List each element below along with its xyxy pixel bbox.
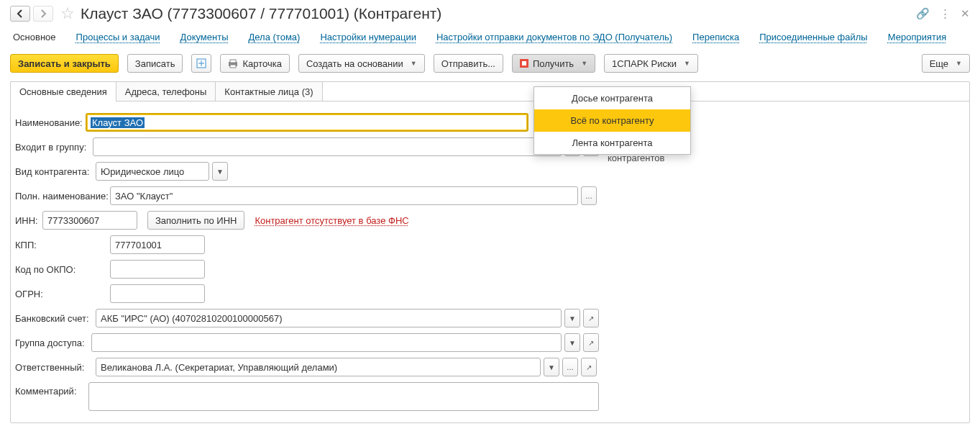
section-main[interactable]: Основное: [10, 26, 66, 48]
svg-rect-3: [230, 65, 236, 68]
bank-input[interactable]: АКБ "ИРС" (АО) (40702810200100000567): [96, 309, 562, 327]
forward-button[interactable]: [33, 6, 53, 22]
section-link-2[interactable]: Документы: [170, 26, 239, 48]
save-label: Записать: [135, 58, 175, 69]
fill-by-inn-button[interactable]: Заполнить по ИНН: [147, 211, 244, 230]
ogrn-input[interactable]: [110, 284, 205, 303]
spark-label: 1СПАРК Риски: [612, 58, 677, 69]
kind-dropdown-button[interactable]: ▼: [212, 162, 228, 181]
back-button[interactable]: [10, 6, 30, 22]
card-button[interactable]: Карточка: [220, 54, 289, 73]
comment-input[interactable]: [88, 382, 599, 411]
responsible-input[interactable]: Великанова Л.А. (Секретариат, Управляющи…: [96, 358, 541, 376]
label-ogrn: ОГРН:: [14, 289, 110, 299]
chevron-down-icon: ▼: [956, 60, 962, 67]
label-group: Входит в группу:: [14, 142, 93, 153]
label-okpo: Код по ОКПО:: [14, 264, 110, 275]
section-link-4[interactable]: Настройки нумерации: [310, 26, 426, 48]
label-kind: Вид контрагента:: [14, 166, 96, 177]
fullname-more-button[interactable]: …: [581, 186, 597, 205]
label-comment: Комментарий:: [14, 382, 88, 397]
label-kpp: КПП:: [14, 240, 110, 250]
label-responsible: Ответственный:: [14, 362, 96, 373]
responsible-dropdown-button[interactable]: ▼: [544, 358, 559, 376]
access-dropdown-button[interactable]: ▼: [564, 333, 580, 352]
kpp-input[interactable]: 777701001: [110, 235, 205, 254]
tab-contacts[interactable]: Контактные лица (3): [215, 81, 322, 101]
bank-dropdown-button[interactable]: ▼: [564, 309, 580, 327]
bank-open-button[interactable]: ↗: [583, 309, 599, 327]
section-link-8[interactable]: Мероприятия: [878, 26, 957, 48]
section-link-3[interactable]: Дела (тома): [239, 26, 311, 48]
label-inn: ИНН:: [14, 215, 42, 226]
printer-icon: [228, 59, 238, 68]
inn-warning-link[interactable]: Контрагент отсутствует в базе ФНС: [255, 215, 408, 226]
tab-main-info[interactable]: Основные сведения: [10, 81, 116, 101]
responsible-more-button[interactable]: …: [562, 358, 578, 376]
svg-rect-5: [522, 61, 526, 65]
chevron-down-icon: ▼: [581, 60, 587, 67]
favorite-star-icon[interactable]: ☆: [60, 4, 75, 23]
label-bank: Банковский счет:: [14, 313, 96, 324]
save-and-close-label: Записать и закрыть: [18, 58, 111, 69]
chevron-down-icon: ▼: [684, 60, 690, 67]
chevron-down-icon: ▼: [411, 60, 417, 67]
label-name: Наименование:: [14, 117, 86, 128]
create-from-label: Создать на основании: [306, 58, 403, 69]
spark-icon: [520, 59, 528, 68]
section-link-5[interactable]: Настройки отправки документов по ЭДО (По…: [426, 26, 682, 48]
group-input[interactable]: [93, 137, 562, 156]
get-button[interactable]: Получить▼: [512, 54, 595, 73]
create-from-button[interactable]: Создать на основании▼: [298, 54, 425, 73]
save-button[interactable]: Записать: [127, 54, 183, 73]
kind-input[interactable]: Юридическое лицо: [96, 162, 209, 181]
get-dropdown-menu: Досье контрагента Всё по контрагенту Лен…: [533, 86, 691, 155]
send-button[interactable]: Отправить...: [434, 54, 503, 73]
section-link-1[interactable]: Процессы и задачи: [66, 26, 170, 48]
dropdown-item-feed[interactable]: Лента контрагента: [534, 132, 690, 154]
get-label: Получить: [533, 58, 574, 69]
spark-risks-button[interactable]: 1СПАРК Риски▼: [604, 54, 698, 73]
label-fullname: Полн. наименование:: [14, 191, 110, 202]
access-open-button[interactable]: ↗: [583, 333, 599, 352]
link-icon[interactable]: 🔗: [916, 7, 930, 20]
close-icon[interactable]: ✕: [961, 7, 970, 20]
save-and-close-button[interactable]: Записать и закрыть: [10, 54, 119, 73]
card-label: Карточка: [242, 58, 281, 69]
send-label: Отправить...: [441, 58, 495, 69]
more-label: Еще: [930, 58, 948, 69]
svg-rect-2: [230, 60, 236, 63]
dropdown-item-dossier[interactable]: Досье контрагента: [534, 87, 690, 109]
access-input[interactable]: [91, 333, 562, 352]
refresh-icon-button[interactable]: [191, 54, 211, 73]
label-access: Группа доступа:: [14, 338, 91, 348]
name-input[interactable]: Клауст ЗАО: [86, 113, 528, 132]
inn-input[interactable]: 7773300607: [42, 211, 137, 230]
dropdown-item-all[interactable]: Всё по контрагенту: [534, 109, 690, 132]
kebab-menu-icon[interactable]: ⋮: [940, 7, 951, 20]
section-link-6[interactable]: Переписка: [682, 26, 749, 48]
fullname-input[interactable]: ЗАО "Клауст": [110, 186, 578, 205]
tab-addresses[interactable]: Адреса, телефоны: [116, 81, 216, 101]
responsible-open-button[interactable]: ↗: [581, 358, 597, 376]
more-button[interactable]: Еще▼: [922, 54, 970, 73]
page-title: Клауст ЗАО (7773300607 / 777701001) (Кон…: [81, 5, 441, 22]
section-link-7[interactable]: Присоединенные файлы: [749, 26, 878, 48]
okpo-input[interactable]: [110, 260, 205, 279]
